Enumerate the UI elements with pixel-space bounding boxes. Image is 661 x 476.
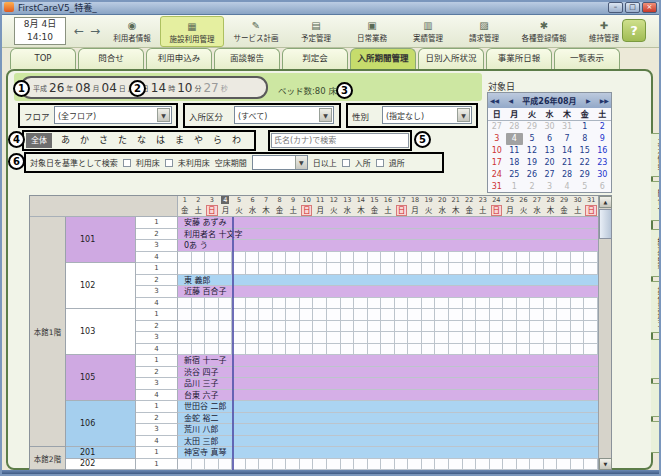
tab-daily-admission[interactable]: 日別入所状況: [418, 48, 484, 69]
side-tab-1[interactable]: 問合せ: [651, 181, 661, 221]
tab-application[interactable]: 利用申込み: [146, 48, 212, 69]
unused-bed-checkbox[interactable]: [165, 159, 173, 167]
calendar-day-cell[interactable]: 31: [558, 121, 576, 133]
empty-bed-row[interactable]: [178, 263, 598, 275]
toolbar-button-billing[interactable]: ▨請求管理: [456, 16, 512, 47]
back-arrow-icon[interactable]: ←: [74, 24, 84, 38]
admission-type-select[interactable]: (すべて) ▼: [234, 106, 334, 124]
maximize-button[interactable]: □: [625, 2, 640, 13]
calendar-day-cell[interactable]: 26: [523, 169, 541, 181]
calendar-day-cell[interactable]: 3: [541, 181, 559, 193]
scroll-down-icon[interactable]: ▼: [599, 458, 612, 470]
occupancy-bar[interactable]: 世田谷 二郎: [178, 401, 598, 413]
chevron-down-icon[interactable]: ▼: [295, 156, 307, 169]
kana-key-4[interactable]: な: [132, 133, 151, 148]
calendar-day-cell[interactable]: 28: [506, 121, 524, 133]
tab-admission-period[interactable]: 入所期間管理: [350, 48, 416, 69]
calendar-day-cell[interactable]: 3: [488, 133, 506, 145]
calendar-day-cell[interactable]: 5: [576, 181, 594, 193]
kana-key-1[interactable]: か: [75, 133, 94, 148]
occupancy-bar[interactable]: 太田 三郎: [178, 436, 598, 448]
calendar-day-cell[interactable]: 2: [593, 121, 611, 133]
calendar-day-cell[interactable]: 10: [488, 145, 506, 157]
occupancy-bar[interactable]: 東 義郎: [178, 275, 598, 287]
kana-key-9[interactable]: わ: [227, 133, 246, 148]
empty-bed-row[interactable]: [178, 321, 598, 333]
calendar-day-cell[interactable]: 13: [541, 145, 559, 157]
toolbar-button-registration[interactable]: ✱各種登録情報: [512, 16, 576, 47]
toolbar-button-user-info[interactable]: ◉利用者情報: [104, 16, 160, 47]
calendar-day-cell[interactable]: 6: [593, 181, 611, 193]
side-tab-3[interactable]: 提供票形式: [651, 281, 661, 333]
calendar-day-cell[interactable]: 9: [593, 133, 611, 145]
occupancy-bar[interactable]: 安藤 あずみ: [178, 217, 598, 229]
used-bed-checkbox[interactable]: [123, 159, 131, 167]
tab-inquiry[interactable]: 問合せ: [78, 48, 144, 69]
close-button[interactable]: ×: [642, 2, 657, 13]
tab-list-view[interactable]: 一覧表示: [554, 48, 620, 69]
calendar-day-cell[interactable]: 19: [523, 157, 541, 169]
floor-filter-select[interactable]: (全フロア) ▼: [54, 106, 172, 124]
forward-arrow-icon[interactable]: →: [90, 24, 100, 38]
calendar-day-cell[interactable]: 23: [593, 157, 611, 169]
calendar-day-cell[interactable]: 24: [488, 169, 506, 181]
calendar-day-cell[interactable]: 14: [558, 145, 576, 157]
occupancy-bar[interactable]: 利用者名 十文字: [178, 229, 598, 241]
kana-key-5[interactable]: は: [151, 133, 170, 148]
calendar-next-month-icon[interactable]: ▶: [586, 97, 591, 104]
calendar-day-cell[interactable]: 27: [541, 169, 559, 181]
kana-key-3[interactable]: た: [113, 133, 132, 148]
occupancy-bar[interactable]: 神宮寺 真琴: [178, 447, 598, 459]
calendar-prev-month-icon[interactable]: ◀: [508, 97, 513, 104]
scrollbar-thumb[interactable]: [599, 209, 612, 239]
calendar-day-cell[interactable]: 28: [558, 169, 576, 181]
tab-office-report[interactable]: 事業所日報: [486, 48, 552, 69]
scroll-up-icon[interactable]: ▲: [599, 196, 612, 208]
empty-bed-row[interactable]: [178, 332, 598, 344]
calendar-day-cell[interactable]: 11: [506, 145, 524, 157]
name-search-input[interactable]: [271, 133, 409, 148]
calendar-day-cell[interactable]: 16: [593, 145, 611, 157]
vacancy-period-select[interactable]: ▼: [252, 155, 308, 170]
calendar-day-cell[interactable]: 22: [576, 157, 594, 169]
occupancy-bar[interactable]: 渋谷 四子: [178, 367, 598, 379]
minimize-button[interactable]: –: [608, 2, 623, 13]
calendar-day-cell[interactable]: 18: [506, 157, 524, 169]
toolbar-button-schedule[interactable]: ▤予定管理: [288, 16, 344, 47]
empty-bed-row[interactable]: [178, 252, 598, 264]
toolbar-button-daily-work[interactable]: ▣日常業務: [344, 16, 400, 47]
calendar-day-cell[interactable]: 8: [576, 133, 594, 145]
occupancy-bar[interactable]: 荒川 八郎: [178, 424, 598, 436]
occupancy-bar[interactable]: 0あ う: [178, 240, 598, 252]
calendar-day-cell[interactable]: 20: [541, 157, 559, 169]
kana-key-2[interactable]: さ: [94, 133, 113, 148]
chevron-down-icon[interactable]: ▼: [157, 108, 170, 122]
calendar-day-cell[interactable]: 12: [523, 145, 541, 157]
help-button[interactable]: ?: [622, 19, 646, 42]
discharge-checkbox[interactable]: [376, 159, 384, 167]
occupancy-bar[interactable]: 品川 三子: [178, 378, 598, 390]
kana-all-button[interactable]: 全体: [26, 133, 52, 148]
kana-key-0[interactable]: あ: [56, 133, 75, 148]
calendar-day-cell[interactable]: 31: [488, 181, 506, 193]
calendar-day-cell[interactable]: 4: [558, 181, 576, 193]
calendar-day-cell[interactable]: 30: [541, 121, 559, 133]
side-tab-0[interactable]: 基本情報: [651, 133, 661, 177]
calendar-day-cell[interactable]: 27: [488, 121, 506, 133]
empty-bed-row[interactable]: [178, 344, 598, 356]
tab-top[interactable]: TOP: [10, 48, 76, 69]
calendar-day-cell[interactable]: 25: [506, 169, 524, 181]
calendar-day-cell[interactable]: 29: [576, 169, 594, 181]
vertical-scrollbar[interactable]: ▲ ▼: [598, 196, 611, 470]
kana-key-8[interactable]: ら: [208, 133, 227, 148]
tab-judgement[interactable]: 判定会: [282, 48, 348, 69]
calendar-day-cell[interactable]: 5: [523, 133, 541, 145]
calendar-day-cell[interactable]: 1: [506, 181, 524, 193]
calendar-day-cell[interactable]: 17: [488, 157, 506, 169]
kana-key-6[interactable]: ま: [170, 133, 189, 148]
empty-bed-row[interactable]: [178, 309, 598, 321]
calendar-day-cell[interactable]: 15: [576, 145, 594, 157]
chevron-down-icon[interactable]: ▼: [457, 108, 470, 122]
calendar-day-cell[interactable]: 4: [506, 133, 524, 145]
gender-filter-select[interactable]: (指定なし) ▼: [382, 106, 472, 124]
